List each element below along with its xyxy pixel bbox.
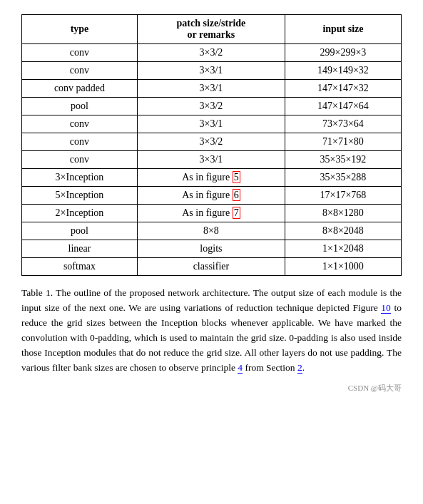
cell-type: conv <box>22 133 138 151</box>
cell-type: 3×Inception <box>22 169 138 187</box>
cell-patch: classifier <box>137 258 285 276</box>
table-row: softmax classifier 1×1×1000 <box>22 258 402 276</box>
cell-patch: As in figure 5 <box>137 169 285 187</box>
cell-input: 71×71×80 <box>285 133 401 151</box>
cell-input: 17×17×768 <box>285 187 401 205</box>
patch-header-line1: patch size/stride <box>177 18 246 29</box>
cell-type: conv <box>22 44 138 62</box>
cell-input: 147×147×64 <box>285 98 401 115</box>
table-row: 2×Inception As in figure 7 8×8×1280 <box>22 205 402 222</box>
cell-type: conv <box>22 151 138 169</box>
network-table: type patch size/stride or remarks input … <box>21 14 402 276</box>
cell-patch: 3×3/2 <box>137 133 285 151</box>
cell-input: 149×149×32 <box>285 62 401 80</box>
cell-patch: 3×3/1 <box>137 80 285 98</box>
cell-patch: 3×3/2 <box>137 98 285 115</box>
table-row: linear logits 1×1×2048 <box>22 240 402 258</box>
col-header-type: type <box>22 15 138 44</box>
cell-type: conv padded <box>22 80 138 98</box>
cell-input: 1×1×1000 <box>285 258 401 276</box>
network-table-container: type patch size/stride or remarks input … <box>21 14 402 276</box>
table-row: pool 8×8 8×8×2048 <box>22 222 402 240</box>
cell-type: 5×Inception <box>22 187 138 205</box>
cell-input: 8×8×2048 <box>285 222 401 240</box>
cell-patch: 3×3/1 <box>137 151 285 169</box>
table-row: pool 3×3/2 147×147×64 <box>22 98 402 115</box>
col-header-patch: patch size/stride or remarks <box>137 15 285 44</box>
caption-prefix: Table 1. The outline of the proposed net… <box>21 287 402 313</box>
table-row: conv 3×3/1 149×149×32 <box>22 62 402 80</box>
figure7-link[interactable]: 7 <box>233 207 240 219</box>
figure6-link[interactable]: 6 <box>233 189 240 201</box>
cell-patch: logits <box>137 240 285 258</box>
cell-type: pool <box>22 222 138 240</box>
table-row: conv 3×3/1 35×35×192 <box>22 151 402 169</box>
cell-input: 1×1×2048 <box>285 240 401 258</box>
cell-type: pool <box>22 98 138 115</box>
caption-link3[interactable]: 2 <box>297 362 302 374</box>
cell-type: 2×Inception <box>22 205 138 222</box>
cell-patch: 8×8 <box>137 222 285 240</box>
cell-patch: 3×3/1 <box>137 62 285 80</box>
cell-input: 35×35×288 <box>285 169 401 187</box>
cell-patch: 3×3/1 <box>137 115 285 133</box>
patch-header-line2: or remarks <box>188 29 235 40</box>
cell-input: 147×147×32 <box>285 80 401 98</box>
table-row: conv padded 3×3/1 147×147×32 <box>22 80 402 98</box>
cell-type: conv <box>22 115 138 133</box>
cell-input: 35×35×192 <box>285 151 401 169</box>
caption-link1[interactable]: 10 <box>381 302 391 314</box>
cell-type: linear <box>22 240 138 258</box>
cell-input: 73×73×64 <box>285 115 401 133</box>
watermark: CSDN @码大哥 <box>21 383 402 394</box>
table-row: conv 3×3/2 71×71×80 <box>22 133 402 151</box>
cell-type: softmax <box>22 258 138 276</box>
cell-type: conv <box>22 62 138 80</box>
table-row: conv 3×3/1 73×73×64 <box>22 115 402 133</box>
table-row: 3×Inception As in figure 5 35×35×288 <box>22 169 402 187</box>
table-caption: Table 1. The outline of the proposed net… <box>21 286 402 376</box>
caption-middle2: from Section <box>243 362 297 373</box>
cell-input: 299×299×3 <box>285 44 401 62</box>
table-row: 5×Inception As in figure 6 17×17×768 <box>22 187 402 205</box>
cell-patch: As in figure 7 <box>137 205 285 222</box>
cell-patch: 3×3/2 <box>137 44 285 62</box>
col-header-input: input size <box>285 15 401 44</box>
figure5-link[interactable]: 5 <box>233 171 240 183</box>
cell-input: 8×8×1280 <box>285 205 401 222</box>
table-row: conv 3×3/2 299×299×3 <box>22 44 402 62</box>
caption-suffix: . <box>302 362 305 373</box>
cell-patch: As in figure 6 <box>137 187 285 205</box>
